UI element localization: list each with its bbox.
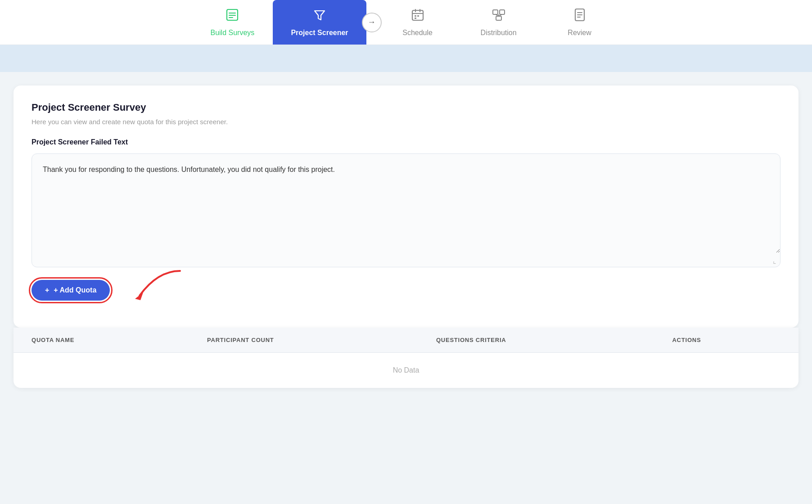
table-header: QUOTA NAME PARTICIPANT COUNT QUESTIONS C…: [14, 328, 798, 353]
resize-handle: ⌞: [32, 255, 780, 267]
svg-rect-13: [500, 10, 505, 14]
add-quota-section: + + Add Quota: [32, 280, 780, 314]
svg-marker-4: [315, 11, 325, 20]
top-navigation: Build Surveys Project Screener → Sched: [0, 0, 812, 45]
plus-icon: +: [45, 286, 49, 294]
col-quota-name: QUOTA NAME: [14, 328, 189, 353]
svg-marker-22: [135, 292, 143, 300]
failed-text-wrapper: ⌞: [32, 153, 780, 267]
card-title: Project Screener Survey: [32, 102, 780, 113]
project-screener-card: Project Screener Survey Here you can vie…: [14, 86, 798, 328]
table-body: No Data: [14, 353, 798, 388]
table-header-row: QUOTA NAME PARTICIPANT COUNT QUESTIONS C…: [14, 328, 798, 353]
annotation-arrow: [131, 266, 185, 304]
failed-text-section-label: Project Screener Failed Text: [32, 138, 780, 146]
tab-build-surveys[interactable]: Build Surveys: [192, 0, 273, 45]
quota-table: QUOTA NAME PARTICIPANT COUNT QUESTIONS C…: [14, 328, 798, 388]
schedule-label: Schedule: [402, 29, 433, 37]
svg-rect-9: [415, 15, 416, 17]
schedule-icon: [411, 8, 425, 25]
svg-rect-14: [496, 16, 501, 20]
tab-distribution[interactable]: Distribution: [458, 0, 539, 45]
add-quota-label: + Add Quota: [54, 286, 96, 294]
tab-schedule[interactable]: Schedule: [377, 0, 458, 45]
banner-strip: [0, 45, 812, 72]
build-surveys-label: Build Surveys: [210, 29, 254, 37]
failed-text-textarea[interactable]: [32, 154, 780, 253]
svg-rect-10: [417, 15, 419, 17]
main-content-area: Project Screener Survey Here you can vie…: [0, 72, 812, 328]
col-actions: ACTIONS: [654, 328, 798, 353]
review-icon: [573, 8, 587, 25]
col-questions-criteria: QUESTIONS CRITERIA: [418, 328, 654, 353]
svg-rect-11: [415, 18, 416, 19]
tab-review[interactable]: Review: [539, 0, 620, 45]
no-data-row: No Data: [14, 353, 798, 388]
card-subtitle: Here you can view and create new quota f…: [32, 118, 780, 126]
distribution-icon: [492, 8, 506, 25]
review-label: Review: [568, 29, 591, 37]
build-surveys-icon: [225, 8, 239, 25]
project-screener-label: Project Screener: [291, 29, 348, 37]
nav-arrow-indicator: →: [362, 13, 382, 32]
add-quota-button[interactable]: + + Add Quota: [32, 280, 110, 301]
tab-project-screener[interactable]: Project Screener: [273, 0, 366, 45]
arrow-right-icon: →: [368, 18, 376, 27]
svg-rect-12: [493, 10, 498, 14]
no-data-cell: No Data: [14, 353, 798, 388]
project-screener-icon: [312, 8, 327, 25]
add-quota-btn-wrapper: + + Add Quota: [32, 280, 110, 301]
col-participant-count: PARTICIPANT COUNT: [189, 328, 418, 353]
distribution-label: Distribution: [481, 29, 517, 37]
quota-table-wrapper: QUOTA NAME PARTICIPANT COUNT QUESTIONS C…: [14, 328, 798, 388]
